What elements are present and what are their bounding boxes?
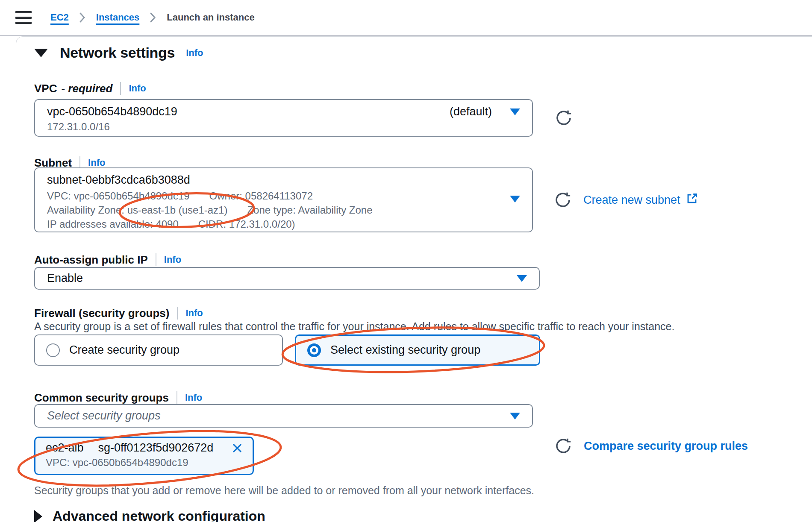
vpc-label-text: VPC xyxy=(34,82,57,95)
section-header: Network settings Info xyxy=(34,44,203,61)
subnet-select[interactable]: subnet-0ebbf3cdca6b3088d VPC: vpc-0650b6… xyxy=(34,167,533,232)
collapse-triangle-icon[interactable] xyxy=(34,49,48,57)
advanced-network-section[interactable]: Advanced network configuration xyxy=(34,508,265,522)
label-divider xyxy=(120,82,121,95)
auto-assign-ip-label-text: Auto-assign public IP xyxy=(34,253,148,267)
subnet-info-link[interactable]: Info xyxy=(88,157,105,168)
advanced-network-title: Advanced network configuration xyxy=(53,508,265,522)
vpc-info-link[interactable]: Info xyxy=(129,83,146,94)
vpc-label: VPC - required Info xyxy=(34,81,146,96)
sg-token-vpc: VPC: vpc-0650b654b4890dc19 xyxy=(46,457,243,469)
breadcrumb-instances-link[interactable]: Instances xyxy=(96,12,140,23)
chevron-down-icon[interactable] xyxy=(517,275,527,282)
refresh-icon[interactable] xyxy=(555,437,572,455)
chevron-right-icon xyxy=(150,12,156,23)
sg-helper-text: Security groups that you add or remove h… xyxy=(34,484,534,497)
hamburger-menu-icon[interactable] xyxy=(15,11,32,24)
create-new-subnet-link[interactable]: Create new subnet xyxy=(583,193,697,207)
create-security-group-label: Create security group xyxy=(69,343,179,357)
common-sg-row: Select security groups xyxy=(34,404,533,428)
compare-sg-rules-link[interactable]: Compare security group rules xyxy=(584,440,748,453)
subnet-detail-az: Availability Zone: us-east-1b (use1-az1) xyxy=(47,203,227,217)
select-existing-security-group-option[interactable]: Select existing security group xyxy=(295,334,540,366)
auto-assign-ip-row: Enable xyxy=(34,267,540,290)
common-sg-info-link[interactable]: Info xyxy=(185,392,202,403)
firewall-info-link[interactable]: Info xyxy=(185,308,203,319)
selected-sg-row: ec2-alb sg-0ff0123f5d902672d VPC: vpc-06… xyxy=(34,437,748,475)
firewall-label: Firewall (security groups) Info xyxy=(34,306,203,320)
chevron-down-icon[interactable] xyxy=(510,196,520,202)
radio-unselected-icon[interactable] xyxy=(46,343,60,357)
common-sg-select[interactable]: Select security groups xyxy=(34,404,533,428)
create-new-subnet-label: Create new subnet xyxy=(583,194,680,207)
header-divider xyxy=(0,35,812,36)
network-settings-panel: Network settings Info VPC - required Inf… xyxy=(16,36,812,522)
auto-assign-ip-select[interactable]: Enable xyxy=(34,267,540,290)
firewall-description: A security group is a set of firewall ru… xyxy=(34,320,674,333)
chevron-down-icon[interactable] xyxy=(510,109,520,115)
auto-assign-ip-label: Auto-assign public IP Info xyxy=(34,252,181,267)
dismiss-token-icon[interactable] xyxy=(231,442,243,454)
vpc-select-cidr: 172.31.0.0/16 xyxy=(47,121,520,133)
radio-selected-icon[interactable] xyxy=(307,343,321,357)
auto-assign-ip-value: Enable xyxy=(47,272,83,285)
section-info-link[interactable]: Info xyxy=(186,47,203,59)
chevron-right-icon xyxy=(79,12,86,23)
label-divider xyxy=(156,253,156,266)
subnet-detail-cidr: CIDR: 172.31.0.0/20) xyxy=(198,217,295,231)
subnet-row: subnet-0ebbf3cdca6b3088d VPC: vpc-0650b6… xyxy=(34,167,697,232)
breadcrumb: EC2 Instances Launch an instance xyxy=(50,12,255,23)
chevron-down-icon[interactable] xyxy=(510,413,520,419)
label-divider xyxy=(177,391,177,404)
breadcrumb-current-page: Launch an instance xyxy=(167,12,254,23)
vpc-select-value: vpc-0650b654b4890dc19 xyxy=(47,105,177,118)
subnet-detail-zone-type: Zone type: Availability Zone xyxy=(247,203,372,217)
expand-triangle-icon[interactable] xyxy=(34,510,42,522)
breadcrumb-ec2-link[interactable]: EC2 xyxy=(50,12,69,23)
sg-token-id: sg-0ff0123f5d902672d xyxy=(98,441,214,455)
subnet-detail-vpc: VPC: vpc-0650b654b4890dc19 xyxy=(47,189,190,203)
common-sg-label: Common security groups Info xyxy=(34,390,202,405)
external-link-icon xyxy=(686,193,697,207)
vpc-default-badge: (default) xyxy=(450,105,492,118)
refresh-icon[interactable] xyxy=(555,109,572,126)
firewall-label-text: Firewall (security groups) xyxy=(34,307,169,320)
sg-token-name: ec2-alb xyxy=(46,441,84,455)
label-divider xyxy=(177,307,178,320)
create-security-group-option[interactable]: Create security group xyxy=(34,334,283,366)
common-sg-placeholder: Select security groups xyxy=(47,409,161,422)
select-existing-security-group-label: Select existing security group xyxy=(330,343,480,357)
top-navigation-bar: EC2 Instances Launch an instance xyxy=(0,0,812,35)
vpc-required-text: - required xyxy=(61,82,112,95)
section-title: Network settings xyxy=(60,44,175,61)
vpc-row: vpc-0650b654b4890dc19 (default) 172.31.0… xyxy=(34,99,572,137)
firewall-options: Create security group Select existing se… xyxy=(34,334,540,366)
refresh-icon[interactable] xyxy=(554,191,571,208)
auto-assign-ip-info-link[interactable]: Info xyxy=(164,254,181,265)
vpc-select[interactable]: vpc-0650b654b4890dc19 (default) 172.31.0… xyxy=(34,99,533,137)
common-sg-label-text: Common security groups xyxy=(34,391,169,405)
subnet-detail-ips: IP addresses available: 4090 xyxy=(47,217,179,231)
security-group-token: ec2-alb sg-0ff0123f5d902672d VPC: vpc-06… xyxy=(34,437,254,475)
subnet-detail-owner: Owner: 058264113072 xyxy=(209,189,313,203)
subnet-select-value: subnet-0ebbf3cdca6b3088d xyxy=(47,173,520,187)
